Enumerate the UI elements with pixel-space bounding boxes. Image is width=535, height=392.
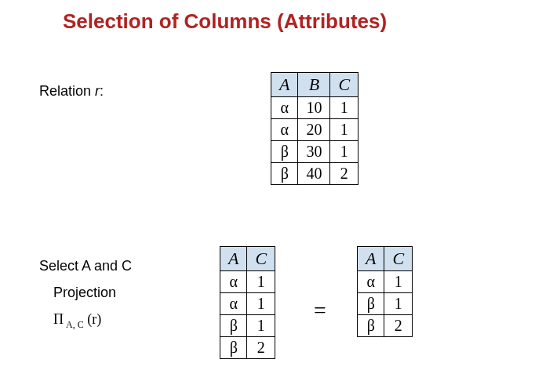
projection-before-table: ACα1α1β1β2: [220, 246, 275, 359]
column-header: C: [247, 247, 275, 271]
table-cell: 20: [298, 119, 330, 141]
table-cell: β: [358, 315, 384, 337]
column-header: C: [330, 73, 358, 97]
table-cell: 1: [330, 119, 358, 141]
relation-suffix: :: [100, 83, 104, 99]
table-cell: 40: [298, 163, 330, 185]
page-title: Selection of Columns (Attributes): [63, 9, 387, 34]
table-row: α1: [220, 293, 275, 315]
table-cell: 1: [247, 315, 275, 337]
column-header: A: [220, 247, 247, 271]
column-header: A: [271, 73, 298, 97]
table-cell: 1: [330, 141, 358, 163]
table-cell: 2: [330, 163, 358, 185]
table-cell: β: [220, 315, 247, 337]
column-header: C: [384, 247, 413, 271]
table-cell: 1: [384, 271, 413, 293]
table-cell: β: [220, 337, 247, 359]
table-cell: β: [358, 293, 384, 315]
equals-sign: =: [314, 298, 326, 323]
projection-expression: Π A, C (r): [53, 306, 132, 333]
pi-symbol: Π: [53, 311, 64, 327]
column-header: A: [358, 247, 384, 271]
table-row: β1: [358, 293, 413, 315]
table-row: β1: [220, 315, 275, 337]
table-cell: β: [271, 141, 298, 163]
projection-text: Projection: [53, 279, 132, 306]
table-row: β402: [271, 163, 358, 185]
table-cell: α: [220, 293, 247, 315]
table-cell: α: [358, 271, 384, 293]
table-row: α101: [271, 97, 358, 119]
table-row: β2: [220, 337, 275, 359]
table-cell: β: [271, 163, 298, 185]
table-cell: 2: [247, 337, 275, 359]
table-cell: α: [271, 97, 298, 119]
pi-subscript: A, C: [64, 319, 84, 330]
relation-prefix: Relation: [39, 83, 95, 99]
table-cell: 2: [384, 315, 413, 337]
table-cell: 1: [247, 271, 275, 293]
relation-label: Relation r:: [39, 83, 104, 100]
table-row: α1: [358, 271, 413, 293]
pi-argument: (r): [84, 311, 101, 327]
table-cell: 1: [384, 293, 413, 315]
column-header: B: [298, 73, 330, 97]
table-cell: 30: [298, 141, 330, 163]
table-row: α1: [220, 271, 275, 293]
table-cell: 1: [330, 97, 358, 119]
table-row: β301: [271, 141, 358, 163]
table-row: β2: [358, 315, 413, 337]
table-cell: 1: [247, 293, 275, 315]
table-cell: 10: [298, 97, 330, 119]
select-columns-text: Select A and C: [39, 252, 132, 279]
table-cell: α: [271, 119, 298, 141]
projection-labels: Select A and C Projection Π A, C (r): [39, 252, 132, 334]
relation-r-table: ABCα101α201β301β402: [271, 72, 358, 185]
projection-after-table: ACα1β1β2: [357, 246, 413, 337]
table-row: α201: [271, 119, 358, 141]
table-cell: α: [220, 271, 247, 293]
